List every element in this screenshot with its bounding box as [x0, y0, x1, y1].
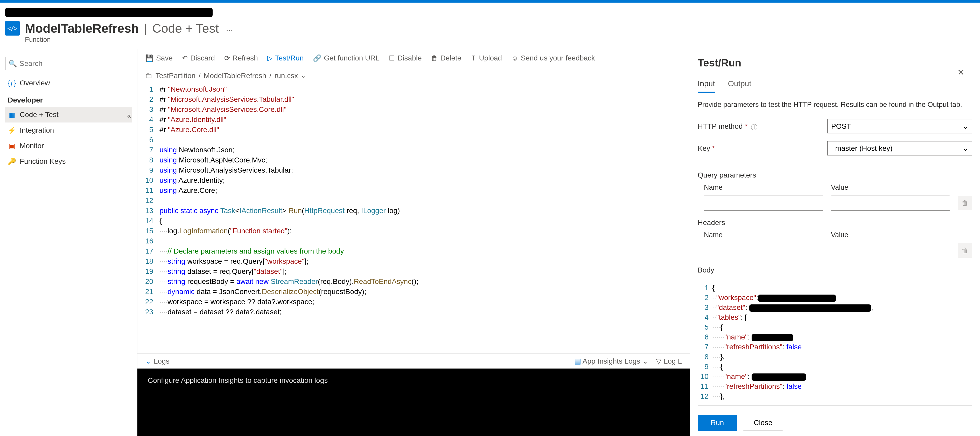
function-icon: </>	[5, 21, 20, 35]
page-section: Code + Test	[152, 22, 219, 35]
search-input-wrap[interactable]: 🔍	[5, 57, 132, 70]
refresh-icon: ⟳	[224, 54, 230, 62]
main-content: 💾Save ↶Discard ⟳Refresh ▷Test/Run 🔗Get f…	[137, 49, 690, 436]
play-icon: ▷	[267, 54, 272, 62]
bolt-icon: ⚡	[8, 126, 16, 134]
col-value: Value	[831, 231, 950, 239]
code-content[interactable]: #r "Newtonsoft.Json" #r "Microsoft.Analy…	[159, 84, 690, 353]
disable-icon: ☐	[389, 54, 395, 62]
crumb-partition[interactable]: TestPartition	[156, 72, 196, 80]
key-label: Key *	[698, 144, 827, 153]
panel-footer: Run Close	[698, 409, 972, 431]
test-run-panel: Test/Run ✕ Input Output Provide paramete…	[690, 49, 980, 436]
function-name: ModelTableRefresh	[25, 22, 139, 35]
collapse-sidebar-icon[interactable]: «	[127, 112, 131, 120]
panel-description: Provide parameters to test the HTTP requ…	[698, 101, 972, 109]
more-icon[interactable]: ···	[226, 25, 233, 35]
panel-tabs: Input Output	[698, 79, 972, 93]
nav-integration[interactable]: ⚡ Integration	[5, 123, 132, 138]
tab-output[interactable]: Output	[728, 79, 751, 93]
logs-toggle[interactable]: ⌄ Logs	[145, 357, 170, 366]
log-filter[interactable]: ▽ Log L	[656, 357, 682, 366]
search-input[interactable]	[19, 59, 129, 68]
panel-title: Test/Run	[698, 57, 741, 69]
col-value: Value	[831, 184, 950, 192]
headers-heading: Headers	[698, 219, 972, 227]
delete-row-button[interactable]: 🗑	[958, 243, 972, 258]
page-header: </> ModelTableRefresh | Code + Test ··· …	[0, 3, 690, 46]
feedback-button[interactable]: ☺Send us your feedback	[511, 54, 595, 62]
page-title: ModelTableRefresh | Code + Test ···	[25, 21, 233, 35]
col-name: Name	[704, 184, 823, 192]
header-value-input[interactable]	[831, 243, 950, 258]
chevron-down-icon: ⌄	[963, 122, 968, 131]
toolbar: 💾Save ↶Discard ⟳Refresh ▷Test/Run 🔗Get f…	[137, 49, 690, 67]
overview-icon: {ƒ}	[8, 79, 16, 87]
resource-type: Function	[25, 35, 690, 43]
crumb-file[interactable]: run.csx	[275, 72, 298, 80]
http-method-select[interactable]: POST ⌄	[827, 119, 972, 133]
refresh-button[interactable]: ⟳Refresh	[224, 54, 258, 62]
nav-overview[interactable]: {ƒ} Overview	[5, 75, 132, 91]
run-button[interactable]: Run	[698, 415, 737, 431]
trash-icon: 🗑	[431, 54, 438, 62]
disable-button[interactable]: ☐Disable	[389, 54, 422, 62]
top-bar	[0, 0, 980, 3]
delete-row-button[interactable]: 🗑	[958, 196, 972, 210]
upload-icon: ⤒	[471, 54, 476, 62]
nav-function-keys[interactable]: 🔑 Function Keys	[5, 153, 132, 169]
tab-input[interactable]: Input	[698, 79, 715, 93]
sidebar: 🔍 « {ƒ} Overview Developer ▦ Code + Test…	[0, 49, 137, 436]
chevron-down-icon: ⌄	[145, 357, 151, 366]
test-run-button[interactable]: ▷Test/Run	[267, 54, 304, 62]
log-console[interactable]: Configure Application Insights to captur…	[137, 369, 690, 436]
query-params-heading: Query parameters	[698, 171, 972, 179]
close-icon[interactable]: ✕	[958, 67, 964, 77]
save-icon: 💾	[145, 54, 153, 62]
key-icon: 🔑	[8, 158, 16, 166]
redacted-breadcrumb	[5, 8, 213, 17]
query-name-input[interactable]	[704, 195, 823, 211]
nav-monitor[interactable]: ▣ Monitor	[5, 138, 132, 153]
body-gutter: 1 2 3 4 5 6 7 8 9 10 11 12	[698, 281, 712, 406]
http-method-label: HTTP method * i	[698, 122, 827, 131]
col-name: Name	[704, 231, 823, 239]
crumb-function[interactable]: ModelTableRefresh	[204, 72, 266, 80]
upload-button[interactable]: ⤒Upload	[471, 54, 502, 62]
query-value-input[interactable]	[831, 195, 950, 211]
key-select[interactable]: _master (Host key) ⌄	[827, 141, 972, 155]
discard-button[interactable]: ↶Discard	[182, 54, 215, 62]
app-insights-logs[interactable]: ▤ App Insights Logs ⌄	[574, 357, 648, 366]
file-breadcrumb: 🗀 TestPartition / ModelTableRefresh / ru…	[137, 67, 690, 84]
info-icon[interactable]: i	[751, 124, 757, 130]
body-content[interactable]: { ··"workspace": ··"dataset": , ··"table…	[712, 281, 972, 406]
line-gutter: 1 2 3 4 5 6 7 8 9 10 11 12 13 14 15 16 1…	[145, 84, 159, 353]
search-icon: 🔍	[8, 60, 17, 68]
query-param-row: 🗑	[698, 195, 972, 211]
header-row: 🗑	[698, 243, 972, 258]
body-label: Body	[698, 266, 972, 274]
feedback-icon: ☺	[511, 54, 518, 62]
link-icon: 🔗	[313, 54, 321, 62]
body-editor[interactable]: 1 2 3 4 5 6 7 8 9 10 11 12 { ··"workspac…	[698, 281, 972, 406]
nav-section-developer: Developer	[5, 91, 132, 107]
monitor-icon: ▣	[8, 142, 16, 150]
close-button[interactable]: Close	[743, 415, 783, 431]
nav-code-test[interactable]: ▦ Code + Test	[5, 107, 132, 123]
code-icon: ▦	[8, 111, 16, 119]
delete-button[interactable]: 🗑Delete	[431, 54, 461, 62]
chevron-down-icon: ⌄	[963, 144, 968, 153]
logs-bar: ⌄ Logs ▤ App Insights Logs ⌄ ▽ Log L	[137, 353, 690, 369]
header-name-input[interactable]	[704, 243, 823, 258]
folder-icon: 🗀	[145, 71, 153, 80]
chevron-down-icon[interactable]: ⌄	[301, 72, 305, 79]
code-editor[interactable]: 1 2 3 4 5 6 7 8 9 10 11 12 13 14 15 16 1…	[137, 84, 690, 353]
save-button[interactable]: 💾Save	[145, 54, 173, 62]
get-url-button[interactable]: 🔗Get function URL	[313, 54, 380, 62]
undo-icon: ↶	[182, 54, 188, 62]
